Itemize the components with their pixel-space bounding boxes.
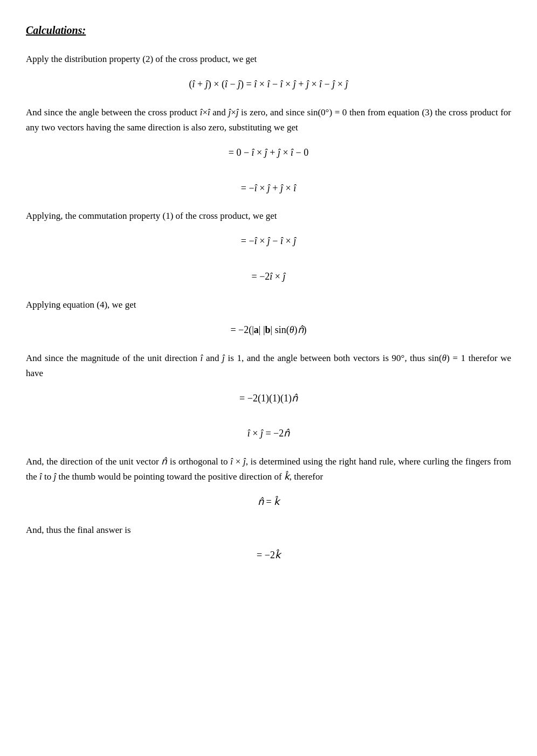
paragraph-7: And, thus the final answer is [26,523,511,538]
paragraph-3: Applying, the commutation property (1) o… [26,209,511,224]
equation-7: = −2k̂ [26,547,511,563]
equation-6: n̂ = k̂ [26,494,511,510]
equation-2: = 0 − î × ĵ + ĵ × î − 0 = −î × ĵ + ĵ × î [26,145,511,196]
equation-4: = −2(|a| |b| sin(θ)n̂) [26,322,511,338]
paragraph-2: And since the angle between the cross pr… [26,105,511,135]
equation-3: = −î × ĵ − î × ĵ = −2î × ĵ [26,233,511,284]
paragraph-6: And, the direction of the unit vector n̂… [26,454,511,484]
equation-5: = −2(1)(1)(1)n̂ î × ĵ = −2n̂ [26,391,511,441]
paragraph-1: Apply the distribution property (2) of t… [26,52,511,67]
page-content: Calculations: Apply the distribution pro… [26,22,511,563]
equation-1: (î + ĵ) × (î − ĵ) = î × î − î × ĵ + ĵ × … [26,77,511,92]
paragraph-5: And since the magnitude of the unit dire… [26,351,511,381]
paragraph-4: Applying equation (4), we get [26,297,511,313]
page-title: Calculations: [26,22,511,39]
